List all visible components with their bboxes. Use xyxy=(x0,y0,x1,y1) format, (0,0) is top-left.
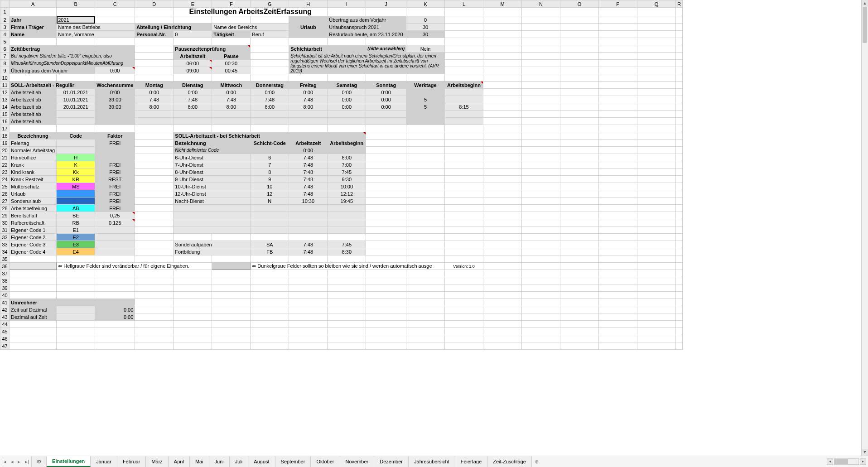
input-soll-datum[interactable] xyxy=(57,118,95,125)
cell-I39[interactable] xyxy=(328,284,366,292)
cell-H38[interactable] xyxy=(289,277,328,284)
cell-K27[interactable] xyxy=(406,197,445,205)
cell-P44[interactable] xyxy=(599,321,637,328)
cell-P23[interactable] xyxy=(599,169,637,176)
cell-M13[interactable] xyxy=(483,96,522,103)
cell-N26[interactable] xyxy=(522,190,560,197)
input-soll-tag[interactable]: 0:00 xyxy=(366,103,406,111)
cell-Q24[interactable] xyxy=(637,176,676,183)
cell-J18[interactable] xyxy=(366,132,406,140)
cell-R31[interactable] xyxy=(676,226,683,234)
cell-R21[interactable] xyxy=(676,154,683,161)
row-header-3[interactable]: 3 xyxy=(0,24,10,31)
input-code-name[interactable]: Krank xyxy=(10,161,57,169)
cell-C46[interactable] xyxy=(95,335,135,342)
sheet-tab-mrz[interactable]: März xyxy=(146,456,168,467)
cell-L3[interactable] xyxy=(445,24,483,31)
cell-D20[interactable] xyxy=(135,147,174,154)
cell-R15[interactable] xyxy=(676,111,683,118)
input-schicht-code[interactable]: 9 xyxy=(251,176,289,183)
cell-R17[interactable] xyxy=(676,125,683,132)
col-header-C[interactable]: C xyxy=(95,0,135,8)
cell-M26[interactable] xyxy=(483,190,522,197)
cell-R23[interactable] xyxy=(676,169,683,176)
cell-P43[interactable] xyxy=(599,313,637,321)
input-pp-pause-2[interactable]: 00:45 xyxy=(212,67,251,74)
cell-R28[interactable] xyxy=(676,205,683,212)
cell-N24[interactable] xyxy=(522,176,560,183)
input-schicht-ab[interactable]: 7:45 xyxy=(328,169,366,176)
cell-L43[interactable] xyxy=(445,313,483,321)
cell-M35[interactable] xyxy=(483,255,522,263)
cell-O19[interactable] xyxy=(560,140,599,147)
cell-J37[interactable] xyxy=(366,270,406,277)
cell-G32[interactable] xyxy=(251,234,289,241)
cell-J35[interactable] xyxy=(366,255,406,263)
cell-R6[interactable] xyxy=(676,45,683,53)
cell-M47[interactable] xyxy=(483,342,522,350)
cell-O35[interactable] xyxy=(560,255,599,263)
input-firma[interactable]: Name des Betriebs xyxy=(57,24,135,31)
value-code[interactable]: Kk xyxy=(57,169,95,176)
cell-O10[interactable] xyxy=(560,74,599,82)
cell-P4[interactable] xyxy=(599,31,637,38)
add-sheet-button[interactable]: ⊕ xyxy=(532,456,542,467)
cell-L47[interactable] xyxy=(445,342,483,350)
input-zeit-dezimal[interactable] xyxy=(57,306,95,313)
cell-N12[interactable] xyxy=(522,89,560,96)
cell-D18[interactable] xyxy=(135,132,174,140)
cell-K22[interactable] xyxy=(406,161,445,169)
cell-Q37[interactable] xyxy=(637,270,676,277)
cell-L35[interactable] xyxy=(445,255,483,263)
cell-R3[interactable] xyxy=(676,24,683,31)
cell-C39[interactable] xyxy=(95,284,135,292)
input-soll-tag[interactable] xyxy=(289,118,328,125)
cell-M23[interactable] xyxy=(483,169,522,176)
input-soll-datum[interactable]: 01.01.2021 xyxy=(57,89,95,96)
cell-P21[interactable] xyxy=(599,154,637,161)
cell-L4[interactable] xyxy=(445,31,483,38)
cell-D1[interactable] xyxy=(135,8,174,16)
cell-E43[interactable] xyxy=(174,313,212,321)
input-code-name[interactable]: Homeoffice xyxy=(10,154,57,161)
cell-P32[interactable] xyxy=(599,234,637,241)
cell-N30[interactable] xyxy=(522,219,560,226)
cell-L17[interactable] xyxy=(445,125,483,132)
input-pp-pause-1[interactable]: 00:30 xyxy=(212,60,251,67)
cell-N34[interactable] xyxy=(522,248,560,255)
row-header-47[interactable]: 47 xyxy=(0,342,10,350)
cell-F38[interactable] xyxy=(212,277,251,284)
cell-A46[interactable] xyxy=(10,335,57,342)
cell-F10[interactable] xyxy=(212,74,251,82)
cell-Q13[interactable] xyxy=(637,96,676,103)
input-soll-tag[interactable] xyxy=(174,111,212,118)
cell-O33[interactable] xyxy=(560,241,599,248)
row-header-44[interactable]: 44 xyxy=(0,321,10,328)
cell-E46[interactable] xyxy=(174,335,212,342)
cell-R44[interactable] xyxy=(676,321,683,328)
cell-R42[interactable] xyxy=(676,306,683,313)
cell-D23[interactable] xyxy=(135,169,174,176)
cell-Q29[interactable] xyxy=(637,212,676,219)
cell-G10[interactable] xyxy=(251,74,289,82)
row-header-17[interactable]: 17 xyxy=(0,125,10,132)
cell-E32[interactable] xyxy=(174,234,212,241)
row-header-39[interactable]: 39 xyxy=(0,284,10,292)
cell-P27[interactable] xyxy=(599,197,637,205)
cell-B45[interactable] xyxy=(57,328,95,335)
row-header-36[interactable]: 36 xyxy=(0,263,10,270)
cell-D41[interactable] xyxy=(135,299,174,306)
value-faktor[interactable] xyxy=(95,234,135,241)
input-extra-name[interactable]: Sonderaufgaben xyxy=(174,241,251,248)
cell-H10[interactable] xyxy=(289,74,328,82)
cell-L28[interactable] xyxy=(445,205,483,212)
cell-O22[interactable] xyxy=(560,161,599,169)
cell-D34[interactable] xyxy=(135,248,174,255)
cell-J17[interactable] xyxy=(366,125,406,132)
cell-Q11[interactable] xyxy=(637,82,676,89)
col-header-D[interactable]: D xyxy=(135,0,174,8)
input-code-name[interactable]: Eigener Code 1 xyxy=(10,226,57,234)
cell-D42[interactable] xyxy=(135,306,174,313)
row-header-7[interactable]: 7 xyxy=(0,53,10,60)
cell-O36[interactable] xyxy=(560,263,599,270)
